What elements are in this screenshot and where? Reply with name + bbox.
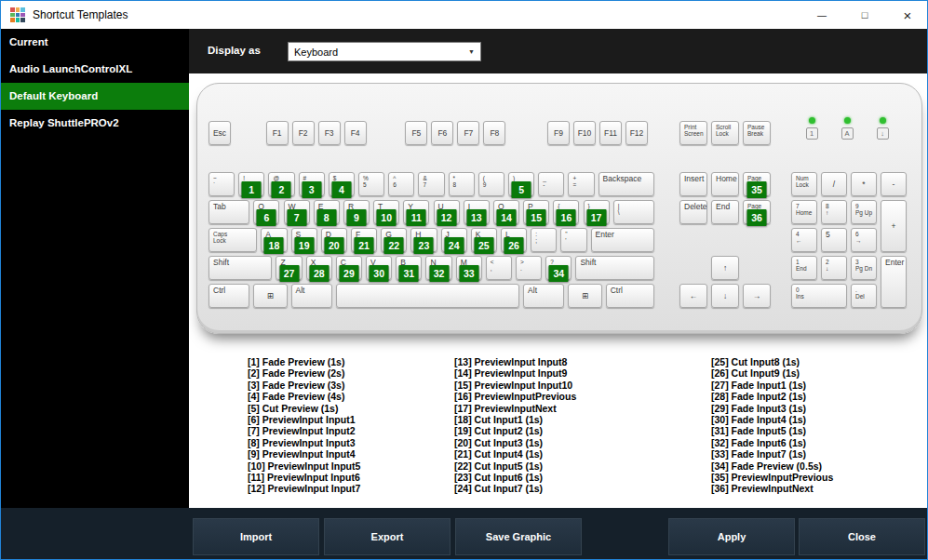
display-as-value: Keyboard xyxy=(294,47,338,58)
key-label: : ; xyxy=(535,231,537,244)
export-button[interactable]: Export xyxy=(324,518,451,555)
key-page-down: Page Down36 xyxy=(743,200,771,224)
key-label: - xyxy=(893,180,895,189)
key-label: F7 xyxy=(464,129,473,138)
shortcut-entry: [11] PreviewInput Input6 xyxy=(248,472,360,483)
toolbar: Display as Keyboard ▼ xyxy=(189,29,928,73)
key-0: ) 05 xyxy=(508,172,534,196)
key-t: T10 xyxy=(373,200,399,224)
shortcut-badge-27: 27 xyxy=(279,265,299,282)
key-label: * 8 xyxy=(453,175,457,188)
minimize-button[interactable]: — xyxy=(800,1,843,29)
key-label: | \ xyxy=(618,203,620,216)
key-label: F2 xyxy=(299,129,308,138)
close-button[interactable]: Close xyxy=(799,518,925,555)
shortcut-entry: [5] Cut Preview (1s) xyxy=(248,403,360,414)
key-label: 5 xyxy=(826,230,830,239)
key-label: > . xyxy=(520,259,524,272)
save-graphic-button[interactable]: Save Graphic xyxy=(455,518,582,555)
key-label: * xyxy=(862,180,865,189)
key-del: . Del xyxy=(851,284,877,308)
shortcut-badge-16: 16 xyxy=(557,209,576,226)
key-space: } ]17 xyxy=(584,200,610,224)
key-label: & 7 xyxy=(423,175,426,188)
shortcut-badge-3: 3 xyxy=(302,181,321,198)
sidebar-item-current[interactable]: Current xyxy=(1,29,189,56)
key-alt: Alt xyxy=(291,284,332,308)
key-i: I13 xyxy=(464,200,490,224)
key-num-lock: Num Lock xyxy=(791,172,817,196)
key-label: Enter xyxy=(885,258,904,267)
key-label: + = xyxy=(572,175,576,188)
key-h: H23 xyxy=(410,228,437,252)
sidebar-item-audio-launchcontrolxl[interactable]: Audio LaunchControlXL xyxy=(1,56,189,83)
key-1: ! 11 xyxy=(238,172,264,196)
app-icon-square xyxy=(16,18,20,22)
main-content: EscF1F2F3F4F5F6F7F8F9F10F11F12~ `! 11@ 2… xyxy=(189,73,928,508)
import-button[interactable]: Import xyxy=(193,518,319,555)
maximize-button[interactable]: □ xyxy=(843,1,886,29)
shortcut-entry: [35] PreviewInputPrevious xyxy=(711,472,833,483)
key-5: % 5 xyxy=(358,172,384,196)
key-f10: F10 xyxy=(573,121,596,145)
key-q: Q6 xyxy=(253,200,279,224)
key-v: V30 xyxy=(366,256,392,280)
key-label: 9 Pg Up xyxy=(855,203,872,216)
close-window-button[interactable]: × xyxy=(886,1,928,29)
key-backspace: Backspace xyxy=(598,172,654,196)
shortcut-entry: [10] PreviewInput Input5 xyxy=(248,460,360,472)
key-pause-break: Pause Break xyxy=(743,121,771,145)
key-label: ^ 6 xyxy=(393,175,397,188)
key-label: 6 → xyxy=(855,231,862,244)
apply-button[interactable]: Apply xyxy=(668,518,795,555)
display-as-dropdown[interactable]: Keyboard ▼ xyxy=(288,42,481,61)
key-label: F10 xyxy=(578,129,592,138)
key-f1: F1 xyxy=(266,121,289,145)
num-lock-glyph-icon: 1 xyxy=(806,127,818,140)
key-space: + = xyxy=(568,172,594,196)
key-label: Enter xyxy=(596,230,614,239)
key-7-home: 7 Home xyxy=(791,200,817,224)
key-delete: Delete xyxy=(679,200,707,224)
key-label: 4 ← xyxy=(796,231,802,244)
key-f5: F5 xyxy=(405,121,427,145)
footer-bar: Import Export Save Graphic Apply Close xyxy=(1,508,928,560)
key-space: _ - xyxy=(538,172,564,196)
key-label: < , xyxy=(491,259,494,272)
shortcut-badge-7: 7 xyxy=(287,209,306,226)
shortcut-entry: [8] PreviewInput Input3 xyxy=(248,437,360,448)
key-e: E8 xyxy=(314,200,340,224)
key-label: Alt xyxy=(528,286,537,295)
key-label: F5 xyxy=(411,129,421,138)
shortcut-badge-22: 22 xyxy=(384,237,404,254)
chevron-down-icon: ▼ xyxy=(468,48,475,55)
shortcut-entry: [13] PreviewInput Input8 xyxy=(454,356,576,367)
key-tab: Tab xyxy=(208,200,249,224)
key-home: Home xyxy=(711,172,739,196)
shortcut-entry: [30] Fade Input4 (1s) xyxy=(711,414,833,425)
key-label: Insert xyxy=(684,174,704,183)
shortcut-badge-28: 28 xyxy=(309,265,329,282)
shortcut-list-column-2: [13] PreviewInput Input8[14] PreviewInpu… xyxy=(454,356,576,495)
key-label: ⊞ xyxy=(582,292,588,300)
shortcut-entry: [32] Fade Input6 (1s) xyxy=(711,437,833,448)
key-o: O14 xyxy=(493,200,519,224)
sidebar-item-replay-shuttleprov2[interactable]: Replay ShuttlePROv2 xyxy=(1,110,189,137)
key-label: Tab xyxy=(213,202,226,211)
key-0-ins: 0 Ins xyxy=(791,284,847,308)
key-w: W7 xyxy=(284,200,310,224)
shortcut-entry: [18] Cut Input1 (1s) xyxy=(454,414,576,425)
sidebar-item-default-keyboard[interactable]: Default Keyboard xyxy=(1,83,189,110)
key-3-pg-dn: 3 Pg Dn xyxy=(851,256,877,280)
key-label: F4 xyxy=(351,129,360,138)
key-label: + xyxy=(892,222,896,231)
shortcut-badge-32: 32 xyxy=(429,265,449,282)
key-label: Shift xyxy=(213,258,229,267)
key-label: Esc xyxy=(213,129,226,138)
key-caps-lock: Caps Lock xyxy=(208,228,257,252)
key-f4: F4 xyxy=(344,121,367,145)
key-label: Ctrl xyxy=(213,286,225,295)
shortcut-badge-4: 4 xyxy=(331,181,351,198)
key-f3: F3 xyxy=(318,121,341,145)
key-label: 1 End xyxy=(796,259,807,272)
